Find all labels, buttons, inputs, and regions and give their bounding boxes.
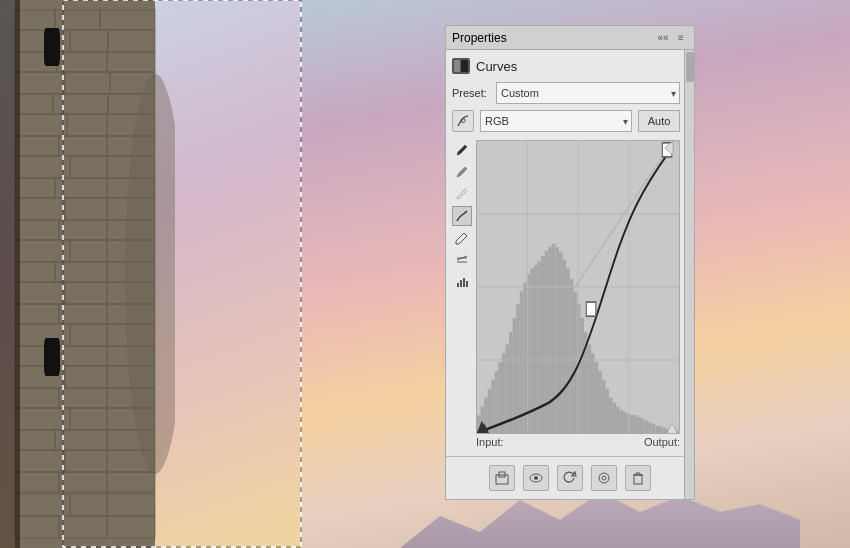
clip-icon	[494, 470, 510, 486]
svg-rect-147	[652, 424, 656, 433]
castle-tower	[0, 0, 175, 548]
view-icon	[596, 470, 612, 486]
svg-rect-111	[523, 283, 527, 433]
panel-scrollbar[interactable]	[684, 50, 694, 499]
svg-rect-162	[586, 302, 596, 316]
panel-collapse-button[interactable]: ««	[656, 31, 670, 45]
svg-rect-122	[563, 260, 567, 433]
svg-rect-142	[634, 415, 638, 433]
white-point-slider[interactable]	[665, 422, 679, 434]
preset-select[interactable]: DefaultCustomStrong ContrastLinear Contr…	[496, 82, 680, 104]
svg-rect-144	[641, 419, 645, 433]
svg-rect-129	[588, 345, 592, 433]
svg-rect-109	[516, 304, 520, 433]
panel-title-icons: «« ≡	[656, 31, 688, 45]
svg-rect-148	[655, 426, 659, 433]
eyedropper-white-tool[interactable]	[452, 184, 472, 204]
svg-rect-134	[605, 389, 609, 433]
svg-rect-95	[463, 278, 465, 287]
svg-rect-96	[466, 281, 468, 287]
svg-rect-137	[616, 406, 620, 433]
curves-main: Input: Output:	[452, 140, 680, 450]
svg-marker-167	[666, 423, 678, 434]
curves-adj-icon	[452, 58, 470, 74]
svg-rect-143	[637, 417, 641, 433]
svg-rect-121	[559, 252, 563, 433]
tower-svg	[0, 0, 175, 548]
visibility-button[interactable]	[523, 465, 549, 491]
properties-panel: Properties «« ≡ Curves Preset:	[445, 25, 695, 500]
bottom-toolbar	[446, 456, 694, 499]
pencil-tool[interactable]	[452, 228, 472, 248]
svg-rect-149	[659, 426, 663, 433]
preset-select-wrapper: DefaultCustomStrong ContrastLinear Contr…	[496, 82, 680, 104]
svg-rect-141	[630, 415, 634, 433]
svg-rect-76	[44, 28, 60, 66]
auto-button[interactable]: Auto	[638, 110, 680, 132]
svg-rect-110	[520, 291, 524, 433]
svg-rect-118	[548, 247, 552, 433]
svg-rect-130	[591, 353, 595, 433]
svg-rect-135	[609, 398, 613, 433]
eyedropper-gray-tool[interactable]	[452, 162, 472, 182]
panel-content: Curves Preset: DefaultCustomStrong Contr…	[446, 50, 694, 456]
curves-graph-container: Input: Output:	[476, 140, 680, 450]
white-point-icon	[665, 422, 679, 434]
channel-select-wrapper: RGBRedGreenBlue	[480, 110, 632, 132]
clip-to-layer-button[interactable]	[489, 465, 515, 491]
channel-row: RGBRedGreenBlue Auto	[452, 110, 680, 132]
panel-titlebar: Properties «« ≡	[446, 26, 694, 50]
svg-line-89	[464, 233, 467, 236]
scrollbar-thumb[interactable]	[686, 52, 694, 82]
svg-rect-168	[496, 475, 508, 484]
svg-rect-138	[620, 410, 624, 433]
channel-select[interactable]: RGBRedGreenBlue	[480, 110, 632, 132]
svg-rect-94	[460, 280, 462, 287]
panel-title: Properties	[452, 31, 507, 45]
curves-label: Curves	[476, 59, 517, 74]
svg-rect-120	[555, 247, 559, 433]
svg-rect-119	[552, 244, 556, 433]
eyedropper-black-tool[interactable]	[452, 140, 472, 160]
reset-icon	[562, 470, 578, 486]
curve-point-icon[interactable]	[452, 110, 474, 132]
reset-button[interactable]	[557, 465, 583, 491]
svg-rect-79	[0, 0, 20, 548]
curves-svg	[477, 141, 679, 433]
svg-rect-93	[457, 283, 459, 287]
svg-rect-136	[612, 403, 616, 433]
svg-rect-77	[44, 338, 60, 376]
svg-marker-166	[478, 423, 490, 434]
svg-point-171	[534, 476, 538, 480]
histogram-tool[interactable]	[452, 272, 472, 292]
smooth-tool[interactable]	[452, 250, 472, 270]
svg-point-172	[599, 473, 609, 483]
input-label: Input:	[476, 436, 504, 448]
svg-rect-131	[595, 362, 599, 433]
curve-tool[interactable]	[452, 206, 472, 226]
svg-rect-83	[454, 60, 460, 72]
svg-rect-84	[461, 60, 468, 72]
svg-rect-123	[566, 268, 570, 433]
svg-rect-132	[598, 371, 602, 433]
preset-label: Preset:	[452, 87, 490, 99]
svg-rect-125	[573, 291, 577, 433]
trash-icon	[630, 470, 646, 486]
svg-rect-127	[580, 318, 584, 433]
view-previous-button[interactable]	[591, 465, 617, 491]
svg-rect-139	[623, 412, 627, 433]
svg-rect-174	[634, 475, 642, 484]
panel-menu-button[interactable]: ≡	[674, 31, 688, 45]
svg-rect-145	[645, 421, 649, 433]
eye-icon	[528, 470, 544, 486]
curves-header: Curves	[452, 56, 680, 76]
tool-sidebar	[452, 140, 472, 450]
black-point-slider[interactable]	[477, 422, 491, 434]
svg-point-173	[602, 476, 606, 480]
preset-row: Preset: DefaultCustomStrong ContrastLine…	[452, 82, 680, 104]
output-label: Output:	[644, 436, 680, 448]
delete-button[interactable]	[625, 465, 651, 491]
curves-graph[interactable]	[476, 140, 680, 434]
svg-rect-124	[570, 279, 574, 433]
io-row: Input: Output:	[476, 434, 680, 450]
